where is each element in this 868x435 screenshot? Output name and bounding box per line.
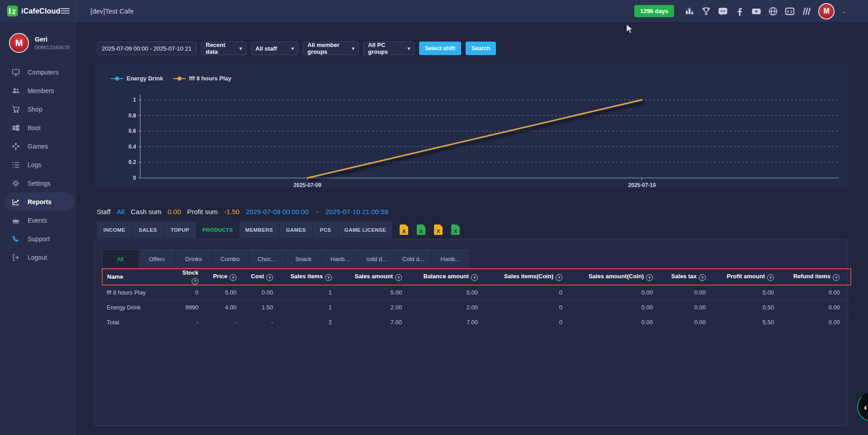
export-buttons: A A X X [400, 225, 460, 235]
col-sales-amount: Sales amount? [335, 269, 405, 285]
date-range-input[interactable] [97, 42, 197, 55]
svg-text:0.8: 0.8 [128, 112, 136, 119]
discord-icon[interactable] [718, 6, 728, 16]
pc-groups-select[interactable]: All PC groups ▾ [363, 42, 415, 55]
tab-pcs[interactable]: PCS [313, 221, 339, 238]
help-icon[interactable]: ? [471, 274, 478, 281]
col-sales-items: Sales items? [276, 269, 335, 285]
tab-topup[interactable]: TOPUP [164, 221, 197, 238]
subtab-drinks[interactable]: Drinks [175, 250, 212, 268]
table-row[interactable]: fff 8 hours Play05.000.0015.005.0000.000… [102, 285, 851, 300]
sidebar-item-events[interactable]: Events [0, 211, 76, 229]
staff-select[interactable]: All staff ▾ [251, 42, 298, 55]
brand-name: iCafeCloud [21, 7, 60, 15]
col-refund-items: Refund items? [777, 269, 851, 285]
legend-label: fff 8 hours Play [189, 75, 231, 82]
sidebar-item-logs[interactable]: Logs [0, 155, 76, 174]
chevron-down-icon[interactable]: ⌄ [841, 8, 846, 14]
gamepad-icon [12, 142, 20, 150]
windows-icon [12, 124, 20, 132]
facebook-icon[interactable] [735, 6, 745, 16]
help-icon[interactable]: ? [699, 274, 706, 281]
legend-item-fff-8-hours-play[interactable]: fff 8 hours Play [173, 75, 231, 82]
subtab-hanb-1[interactable]: Hanb... [322, 250, 359, 268]
help-icon[interactable]: ? [646, 274, 653, 281]
trophy-icon[interactable] [701, 6, 711, 16]
ranking-icon[interactable] [684, 6, 694, 16]
sidebar-item-games[interactable]: Games [0, 137, 76, 155]
tab-income[interactable]: INCOME [97, 221, 132, 238]
staff-value: All [117, 208, 125, 215]
staff-select-value: All staff [255, 45, 277, 52]
search-button[interactable]: Search [466, 42, 496, 55]
export-excel-green-icon[interactable]: X [451, 225, 460, 235]
icafecloud-icon[interactable]: 2 [785, 6, 795, 16]
svg-text:0: 0 [133, 175, 136, 181]
youtube-icon[interactable] [751, 6, 761, 16]
sidebar-nav: Computers Members Shop Boot Games Logs [0, 63, 76, 267]
subtab-cold-d-2[interactable]: Cold d... [395, 250, 432, 268]
layers-icon[interactable] [802, 6, 811, 16]
subtab-cold-d-1[interactable]: cold d... [359, 250, 395, 268]
help-icon[interactable]: ? [395, 274, 402, 281]
export-pdf-yellow-icon[interactable]: A [400, 225, 408, 235]
help-icon[interactable]: ? [266, 274, 273, 281]
help-icon[interactable]: ? [192, 278, 198, 285]
chart-icon [12, 198, 20, 206]
sidebar-item-reports[interactable]: Reports [5, 192, 74, 211]
sidebar-item-shop[interactable]: Shop [0, 100, 76, 118]
svg-text:2025-07-10: 2025-07-10 [628, 182, 656, 188]
license-days-badge[interactable]: 1296 days [634, 5, 674, 17]
legend-item-energy-drink[interactable]: Energy Drink [111, 75, 163, 82]
svg-text:2: 2 [12, 8, 16, 15]
sidebar-item-boot[interactable]: Boot [0, 118, 76, 137]
legend-label: Energy Drink [127, 75, 163, 82]
sidebar-user[interactable]: M Geri 008612345678 [0, 22, 76, 56]
sidebar-item-members[interactable]: Members [0, 81, 76, 100]
cash-sum-value: 0.00 [168, 208, 181, 215]
subtab-hanb-2[interactable]: Hanb... [432, 250, 468, 268]
subtab-offers[interactable]: Offers [139, 250, 175, 268]
export-pdf-green-icon[interactable]: A [417, 225, 425, 235]
select-shift-button[interactable]: Select shift [419, 42, 461, 55]
subtab-all[interactable]: All [102, 250, 139, 268]
tab-members[interactable]: MEMBERS [239, 221, 279, 238]
member-groups-select-value: All member groups [307, 42, 349, 55]
export-excel-yellow-icon[interactable]: X [434, 225, 443, 235]
chevron-down-icon: ▾ [407, 46, 410, 51]
user-avatar[interactable]: M [818, 3, 835, 19]
tab-sales[interactable]: SALES [132, 221, 164, 238]
subtab-snack[interactable]: Snack [285, 250, 322, 268]
profit-sum-label: Profit sum [187, 208, 218, 215]
subtab-combo[interactable]: Combo [212, 250, 249, 268]
help-icon[interactable]: ? [767, 274, 774, 281]
sidebar-item-logout[interactable]: Logout [0, 248, 76, 267]
member-groups-select[interactable]: All member groups ▾ [303, 42, 359, 55]
monitor-icon [12, 68, 20, 76]
help-icon[interactable]: ? [833, 274, 840, 281]
subtab-choc[interactable]: Choc... [249, 250, 285, 268]
tab-game-license[interactable]: GAME LICENSE [339, 221, 392, 238]
list-icon [12, 161, 20, 169]
summary-bar: Staff All Cash sum 0.00 Profit sum -1.50… [97, 208, 388, 215]
sidebar-item-settings[interactable]: Settings [0, 174, 76, 192]
globe-icon[interactable] [768, 6, 778, 16]
tab-games[interactable]: GAMES [279, 221, 313, 238]
table-row[interactable]: Energy Drink99904.001.5012.002.0000.000.… [102, 300, 851, 315]
tab-products[interactable]: PRODUCTS [197, 221, 239, 238]
hamburger-menu-icon[interactable] [61, 6, 70, 15]
col-sales-tax: Sales tax? [656, 269, 708, 285]
data-type-select[interactable]: Recent data ▾ [201, 42, 246, 55]
sidebar-item-label: Logs [28, 161, 41, 168]
help-icon[interactable]: ? [325, 274, 332, 281]
help-icon[interactable]: ? [556, 274, 562, 281]
sidebar-item-support[interactable]: Support [0, 229, 76, 248]
topbar-actions: 1296 days 2 [634, 0, 846, 22]
period-end: 2025-07-10 21:00:59 [326, 208, 388, 215]
table-header-row: Name Stock? Price? Cost? Sales items? Sa… [102, 269, 851, 285]
sidebar-item-computers[interactable]: Computers [0, 63, 76, 81]
help-icon[interactable]: ? [230, 274, 236, 281]
brand-logo-icon: 2 [7, 5, 18, 17]
profit-sum-value: -1.50 [224, 208, 240, 215]
data-type-select-value: Recent data [206, 42, 236, 55]
